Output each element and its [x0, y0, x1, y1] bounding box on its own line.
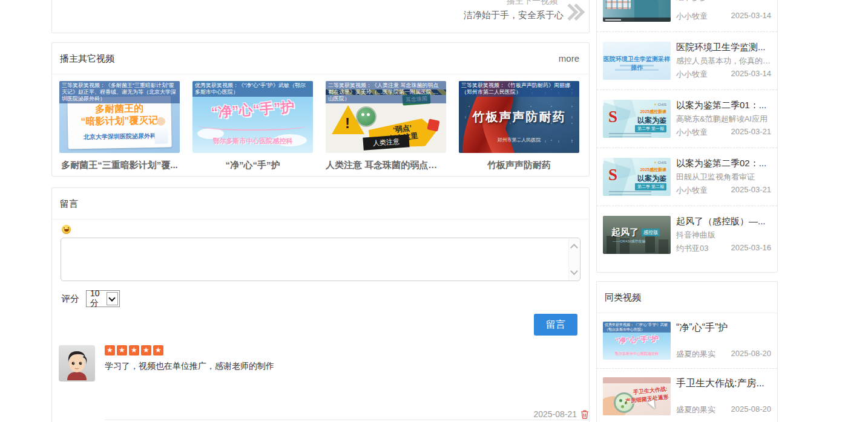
video-card-2[interactable]: 优秀奖获奖视频：《“净”心“手”护》武敏（鄂尔多斯市中心医院） “净”心“手”护… — [192, 81, 313, 171]
star-icon: ★ — [105, 345, 115, 355]
sidebar-video-title: 起风了（感控版）—... — [676, 216, 771, 227]
similar-video-author: 盛夏的果实 — [676, 349, 715, 360]
sidebar-thumbnail-4: S CHIS 2025感控新课 以案为鉴 第二季 第二期 — [603, 158, 671, 196]
thumb-overlay-caption: 优秀奖获奖视频：《“净”心“手”护》武敏（鄂尔多斯市中心医院） — [192, 81, 313, 97]
sidebar-video-item-2[interactable]: 医院环境卫生学监测采样操作 医院环境卫生学监测... 感控人员基本功，你真的会采… — [597, 32, 777, 90]
next-video-panel: 播主下一视频 洁净始于手，安全系于心 — [51, 0, 590, 33]
rating-label: 评分 — [61, 293, 79, 305]
similar-thumbnail-2: 手卫生大作战: 产房细菌无处遁形 — [603, 377, 671, 415]
star-icon: ★ — [141, 345, 151, 355]
scroll-up-icon[interactable] — [570, 244, 578, 252]
similar-videos-header: 同类视频 — [597, 282, 777, 313]
similar-thumbnail-1: 优秀奖获奖视频：《“净”心“手”护》武敏（鄂尔多斯市中心医院） “净”心“手”护… — [603, 322, 671, 360]
video-progress-bar — [603, 18, 671, 22]
sidebar-video-title: 医院环境卫生学监测... — [676, 42, 771, 53]
comment-divider — [105, 420, 589, 420]
sidebar-video-subtitle: 田靓从卫监视角看审证 — [676, 172, 771, 183]
star-icon: ★ — [117, 345, 127, 355]
germ-illustration — [357, 108, 375, 126]
sidebar-video-date: 2025-03-14 — [731, 69, 772, 80]
sidebar-video-author: 小小牧童 — [676, 185, 708, 196]
sidebar-thumbnail-5: 起风了 感控版 ——CRASI感控改编 — [603, 216, 671, 254]
thumb-overlay-caption: 二等奖获奖视频：《人类注意 耳念珠菌的弱点都在这里》吴美玲（…医学院第一附属医院… — [326, 81, 446, 103]
textarea-scrollbar[interactable] — [568, 239, 579, 280]
similar-video-date: 2025-08-20 — [731, 404, 772, 415]
sidebar-video-date: 2025-03-16 — [731, 243, 772, 254]
sidebar-video-date: 2025-03-21 — [731, 127, 772, 138]
sidebar-video-item-5[interactable]: 起风了 感控版 ——CRASI感控改编 起风了（感控版）—... 抖音神曲版 约… — [597, 206, 777, 264]
sidebar-video-author: 小小牧童 — [676, 11, 708, 22]
next-video-label: 播主下一视频 — [507, 0, 557, 7]
video-thumbnail-2: 优秀奖获奖视频：《“净”心“手”护》武敏（鄂尔多斯市中心医院） “净”心“手”护… — [192, 81, 313, 153]
sidebar-thumbnail-3: S CHIS 2025感控新课 以案为鉴 第二季 第一期 — [603, 100, 671, 138]
other-videos-header-label: 播主其它视频 — [60, 53, 114, 63]
sidebar-video-item-3[interactable]: S CHIS 2025感控新课 以案为鉴 第二季 第一期 以案为鉴第二季01：.… — [597, 90, 777, 148]
rating-stars: ★ ★ ★ ★ ★ — [105, 345, 580, 355]
sidebar-video-subtitle: 高晓东&范鹏超解读AI应用 — [676, 114, 771, 125]
sidebar-video-subtitle: 细节多多！ — [676, 0, 771, 3]
comments-header: 留言 — [52, 188, 589, 219]
video-title[interactable]: 人类注意 耳念珠菌的弱点都在... — [326, 160, 446, 171]
other-videos-header: 播主其它视频 more — [52, 43, 589, 74]
next-video-chevron-icon[interactable] — [564, 4, 584, 20]
video-card-1[interactable]: 三等奖获奖视频：《多耐菌王“三重暗影计划”覆灭记》赵正平、程香绒、谢无为等（北京… — [59, 81, 180, 171]
select-dropdown-icon[interactable] — [107, 292, 118, 305]
comment-date: 2025-08-21 — [533, 409, 577, 419]
chis-logo: CHIS — [654, 160, 666, 164]
sidebar-video-author: 小小牧童 — [676, 69, 708, 80]
next-video-title[interactable]: 洁净始于手，安全系于心 — [464, 10, 564, 21]
sidebar-video-item-4[interactable]: S CHIS 2025感控新课 以案为鉴 第二季 第二期 以案为鉴第二季02：.… — [597, 148, 777, 206]
more-link[interactable]: more — [559, 43, 579, 74]
similar-video-date: 2025-08-20 — [731, 349, 772, 360]
sidebar-thumbnail-2: 医院环境卫生学监测采样操作 — [603, 42, 671, 80]
similar-video-item-2[interactable]: 手卫生大作战: 产房细菌无处遁形 手卫生大作战:产房... 盛夏的果实 2025… — [597, 369, 777, 422]
rating-select-value: 10分 — [87, 288, 107, 309]
submit-comment-button[interactable]: 留言 — [534, 314, 577, 336]
sidebar-video-subtitle: 感控人员基本功，你真的会采 — [676, 56, 771, 67]
comment-textarea[interactable] — [61, 238, 580, 281]
comment-entry: ★ ★ ★ ★ ★ 学习了，视频也在单位推广，感谢老师的制作 — [59, 345, 580, 372]
sidebar-video-author: 小小牧童 — [676, 127, 708, 138]
sidebar-thumbnail-1 — [603, 0, 671, 22]
rating-row: 评分 10分 — [61, 290, 120, 307]
video-thumbnail-4: 三等奖获奖视频：《竹板声声防耐药》周丽娜（郑州市第二人民医院） 竹板声声防耐药 … — [459, 81, 579, 153]
doctor-illustration — [154, 123, 168, 144]
thumb-overlay-caption: 优秀奖获奖视频：《“净”心“手”护》武敏（鄂尔多斯市中心医院） — [603, 322, 671, 333]
avatar — [59, 345, 95, 381]
page: 播主下一视频 洁净始于手，安全系于心 播主其它视频 more 三等奖获奖视频：《… — [0, 0, 868, 422]
sidebar-video-title: 以案为鉴第二季02：... — [676, 158, 771, 169]
delete-comment-icon[interactable] — [580, 410, 589, 419]
comment-meta: 2025-08-21 — [533, 409, 589, 419]
rating-select[interactable]: 10分 — [86, 290, 120, 307]
similar-video-title: “净”心“手”护 — [676, 322, 771, 334]
other-videos-list: 三等奖获奖视频：《多耐菌王“三重暗影计划”覆灭记》赵正平、程香绒、谢无为等（北京… — [52, 74, 589, 171]
similar-video-author: 盛夏的果实 — [676, 404, 715, 415]
star-icon: ★ — [129, 345, 139, 355]
comment-input-wrap — [61, 238, 580, 281]
comments-panel: 留言 评分 10分 留言 — [51, 187, 590, 422]
similar-video-item-1[interactable]: 优秀奖获奖视频：《“净”心“手”护》武敏（鄂尔多斯市中心医院） “净”心“手”护… — [597, 313, 777, 369]
sidebar-recommended-panel: 细节多多！ 小小牧童 2025-03-14 医院环境卫生学监测采样操作 医院环境… — [596, 0, 778, 273]
other-videos-panel: 播主其它视频 more 三等奖获奖视频：《多耐菌王“三重暗影计划”覆灭记》赵正平… — [51, 42, 590, 177]
video-thumbnail-3: 二等奖获奖视频：《人类注意 耳念珠菌的弱点都在这里》吴美玲（…医学院第一附属医院… — [326, 81, 446, 153]
chis-logo: CHIS — [654, 102, 666, 106]
video-title[interactable]: “净”心“手”护 — [192, 160, 313, 171]
video-card-3[interactable]: 二等奖获奖视频：《人类注意 耳念珠菌的弱点都在这里》吴美玲（…医学院第一附属医院… — [326, 81, 446, 171]
scroll-down-icon[interactable] — [570, 267, 578, 275]
star-icon: ★ — [153, 345, 163, 355]
comments-header-label: 留言 — [60, 198, 78, 209]
sidebar-video-date: 2025-03-14 — [731, 11, 772, 22]
sidebar-video-date: 2025-03-21 — [731, 185, 772, 196]
emoji-picker-icon[interactable] — [62, 225, 71, 234]
sidebar-video-subtitle: 抖音神曲版 — [676, 230, 771, 241]
thumb-overlay-caption: 三等奖获奖视频：《竹板声声防耐药》周丽娜（郑州市第二人民医院） — [459, 81, 579, 97]
sidebar-video-item-1[interactable]: 细节多多！ 小小牧童 2025-03-14 — [597, 0, 777, 32]
comment-text: 学习了，视频也在单位推广，感谢老师的制作 — [105, 361, 580, 372]
thumb-overlay-caption: 三等奖获奖视频：《多耐菌王“三重暗影计划”覆灭记》赵正平、程香绒、谢无为等（北京… — [59, 81, 180, 103]
sidebar-video-author: 约书亚03 — [676, 243, 708, 254]
video-card-4[interactable]: 三等奖获奖视频：《竹板声声防耐药》周丽娜（郑州市第二人民医院） 竹板声声防耐药 … — [459, 81, 579, 171]
video-title[interactable]: 多耐菌王“三重暗影计划”覆... — [59, 160, 180, 171]
similar-video-title: 手卫生大作战:产房... — [676, 377, 771, 390]
video-title[interactable]: 竹板声声防耐药 — [459, 160, 579, 171]
video-thumbnail-1: 三等奖获奖视频：《多耐菌王“三重暗影计划”覆灭记》赵正平、程香绒、谢无为等（北京… — [59, 81, 180, 153]
